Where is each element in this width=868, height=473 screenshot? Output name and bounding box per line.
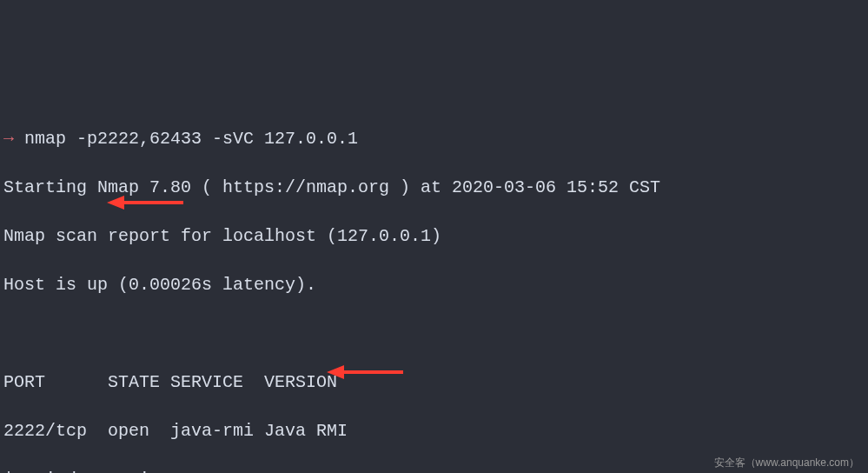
nmap-command: nmap -p2222,62433 -sVC 127.0.0.1 bbox=[24, 129, 358, 149]
ports-header: PORT STATE SERVICE VERSION bbox=[3, 370, 865, 395]
nmap-host-line: Host is up (0.00026s latency). bbox=[3, 273, 865, 297]
terminal-output: → nmap -p2222,62433 -sVC 127.0.0.1 Start… bbox=[3, 103, 865, 473]
nmap-starting-line: Starting Nmap 7.80 ( https://nmap.org ) … bbox=[3, 176, 865, 200]
shell-prompt: → bbox=[3, 129, 24, 149]
nmap-report-line: Nmap scan report for localhost (127.0.0.… bbox=[3, 224, 865, 249]
watermark-text: 安全客（www.anquanke.com） bbox=[714, 456, 859, 470]
port-2222-row: 2222/tcp open java-rmi Java RMI bbox=[3, 419, 865, 443]
